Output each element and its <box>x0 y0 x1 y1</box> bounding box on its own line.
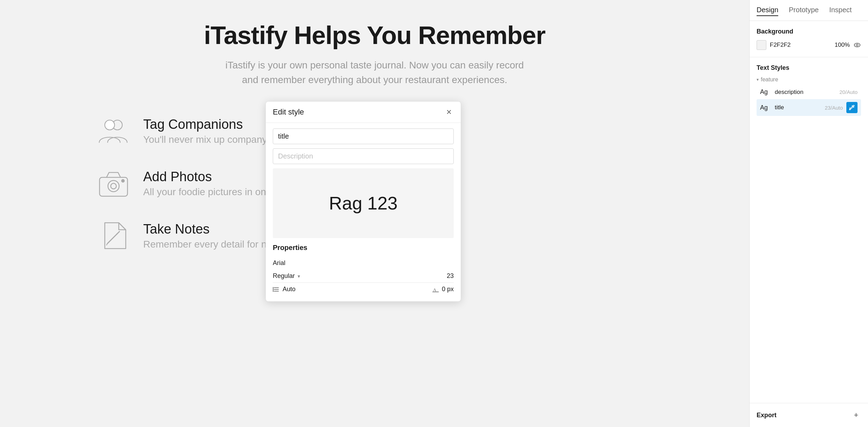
background-color-swatch[interactable] <box>757 40 766 50</box>
letter-spacing-icon: A <box>432 286 439 293</box>
canvas: iTastify Helps You Remember iTastify is … <box>0 0 749 427</box>
export-section: Export + <box>750 403 868 427</box>
modal-title: Edit style <box>273 108 304 117</box>
export-add-button[interactable]: + <box>851 410 861 420</box>
ag-label-title: Ag <box>760 104 771 111</box>
edit-style-modal: Edit style ✕ Rag 123 Properties Arial Re… <box>265 101 461 302</box>
font-size-value: 23 <box>447 272 454 280</box>
preview-text: Rag 123 <box>329 193 398 214</box>
style-info-title: 23/Auto <box>825 105 843 111</box>
panel-tabs: Design Prototype Inspect <box>750 0 868 21</box>
letter-spacing-group: A 0 px <box>432 286 454 293</box>
line-height-group: Auto <box>273 286 296 293</box>
svg-line-9 <box>107 244 107 245</box>
style-info-description: 20/Auto <box>839 89 858 95</box>
font-weight-row: Regular ▾ 23 <box>273 270 454 282</box>
modal-close-button[interactable]: ✕ <box>444 107 454 117</box>
background-title: Background <box>757 28 861 35</box>
page-main-subtitle: iTastify is your own personal taste jour… <box>218 58 532 87</box>
style-name-input[interactable] <box>273 128 454 144</box>
edit-icon <box>849 104 855 111</box>
note-icon <box>98 220 129 251</box>
properties-title: Properties <box>273 244 454 252</box>
visibility-toggle-icon[interactable] <box>853 41 861 49</box>
ag-label-description: Ag <box>760 88 771 96</box>
line-height-icon <box>273 286 280 293</box>
text-styles-section: Text Styles ▾ feature Ag description 20/… <box>750 57 868 403</box>
tab-prototype[interactable]: Prototype <box>789 5 819 16</box>
svg-line-7 <box>117 231 119 234</box>
export-title: Export <box>757 412 776 419</box>
style-description-input[interactable] <box>273 148 454 164</box>
modal-body: Rag 123 Properties Arial Regular ▾ 23 <box>266 123 461 301</box>
svg-line-6 <box>108 234 117 243</box>
tab-inspect[interactable]: Inspect <box>829 5 852 16</box>
svg-point-1 <box>105 120 115 130</box>
people-icon <box>98 115 129 147</box>
font-family-row: Arial <box>273 257 454 270</box>
text-style-group-feature: ▾ feature <box>757 76 861 83</box>
svg-text:A: A <box>433 287 436 292</box>
line-height-row: Auto A 0 px <box>273 282 454 296</box>
modal-preview: Rag 123 <box>273 168 454 238</box>
style-name-title: title <box>775 104 821 111</box>
text-styles-title: Text Styles <box>757 64 861 72</box>
font-weight-value: Regular ▾ <box>273 272 300 280</box>
background-opacity-value: 100% <box>835 42 850 49</box>
font-family-label: Arial <box>273 259 285 267</box>
svg-point-4 <box>111 183 116 189</box>
svg-point-5 <box>122 179 124 182</box>
style-name-description: description <box>775 89 836 96</box>
background-row: F2F2F2 100% <box>757 40 861 50</box>
tab-design[interactable]: Design <box>757 5 778 16</box>
text-style-item-title[interactable]: Ag title 23/Auto <box>757 99 861 116</box>
svg-point-16 <box>854 43 860 47</box>
chevron-down-icon: ▾ <box>757 77 759 82</box>
dropdown-arrow-icon: ▾ <box>298 273 300 279</box>
background-section: Background F2F2F2 100% <box>750 21 868 57</box>
camera-icon <box>98 168 129 199</box>
page-main-title: iTastify Helps You Remember <box>204 21 545 50</box>
modal-header: Edit style ✕ <box>266 102 461 123</box>
background-hex-value: F2F2F2 <box>770 42 831 49</box>
right-panel: Design Prototype Inspect Background F2F2… <box>749 0 868 427</box>
svg-point-3 <box>108 181 119 192</box>
text-style-item-description[interactable]: Ag description 20/Auto <box>757 86 861 98</box>
svg-point-17 <box>856 44 858 46</box>
style-edit-button[interactable] <box>846 102 858 113</box>
